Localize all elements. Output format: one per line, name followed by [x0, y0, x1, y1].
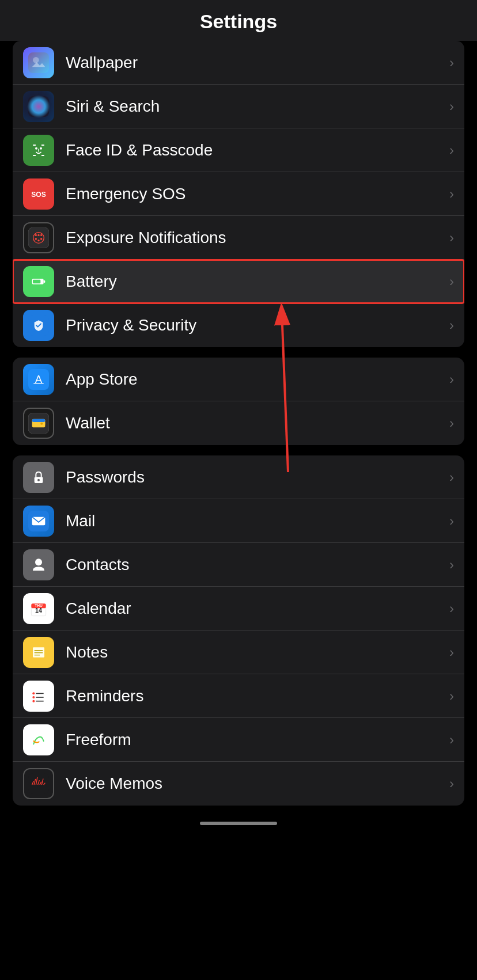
settings-item-wallet[interactable]: Wallet›	[13, 401, 464, 445]
mail-label: Mail	[66, 512, 445, 530]
contacts-chevron: ›	[449, 557, 454, 573]
svg-point-24	[37, 240, 39, 241]
settings-item-calendar[interactable]: THU14Calendar›	[13, 587, 464, 630]
settings-item-siri[interactable]: Siri & Search›	[13, 85, 464, 128]
svg-point-40	[37, 478, 40, 481]
wallet-label: Wallet	[66, 414, 445, 432]
svg-rect-8	[33, 145, 36, 146]
page-wrapper: Settings Wallpaper›Siri & Search›Face ID…	[0, 0, 477, 834]
svg-rect-55	[28, 686, 49, 706]
settings-item-sos[interactable]: SOSEmergency SOS›	[13, 172, 464, 216]
reminders-icon	[23, 681, 54, 712]
svg-point-6	[36, 103, 42, 109]
svg-rect-4	[28, 96, 49, 117]
svg-text:14: 14	[35, 607, 42, 614]
voicememos-icon	[23, 768, 54, 799]
reminders-chevron: ›	[449, 688, 454, 704]
settings-item-passwords[interactable]: Passwords›	[13, 455, 464, 499]
sos-icon: SOS	[23, 178, 54, 210]
settings-item-reminders[interactable]: Reminders›	[13, 674, 464, 718]
contacts-icon	[23, 549, 54, 580]
wallpaper-label: Wallpaper	[66, 54, 445, 72]
notes-chevron: ›	[449, 644, 454, 660]
wallet-icon	[23, 408, 54, 439]
settings-group-group3: Passwords›Mail›Contacts›THU14Calendar›No…	[13, 455, 464, 806]
exposure-icon	[23, 222, 54, 253]
appstore-icon: A	[23, 364, 54, 395]
settings-item-battery[interactable]: Battery›	[13, 260, 464, 303]
sos-label: Emergency SOS	[66, 185, 445, 203]
notes-icon	[23, 637, 54, 668]
svg-point-12	[35, 147, 37, 149]
svg-point-58	[32, 696, 35, 698]
settings-header: Settings	[0, 0, 477, 41]
svg-point-22	[40, 234, 42, 235]
svg-point-37	[40, 423, 43, 425]
passwords-label: Passwords	[66, 468, 445, 487]
calendar-icon: THU14	[23, 593, 54, 624]
settings-item-contacts[interactable]: Contacts›	[13, 543, 464, 587]
wallpaper-chevron: ›	[449, 55, 454, 71]
faceid-icon	[23, 135, 54, 166]
svg-point-44	[35, 559, 42, 565]
battery-icon	[23, 266, 54, 297]
svg-rect-62	[28, 730, 49, 750]
sos-chevron: ›	[449, 186, 454, 202]
svg-rect-35	[32, 419, 46, 422]
page-title: Settings	[200, 10, 277, 32]
appstore-label: App Store	[66, 370, 445, 389]
freeform-icon	[23, 724, 54, 755]
settings-item-privacy[interactable]: Privacy & Security›	[13, 303, 464, 347]
notes-label: Notes	[66, 643, 445, 662]
passwords-chevron: ›	[449, 469, 454, 485]
settings-item-voicememos[interactable]: Voice Memos›	[13, 762, 464, 806]
svg-rect-27	[44, 280, 46, 283]
settings-item-mail[interactable]: Mail›	[13, 499, 464, 543]
faceid-chevron: ›	[449, 142, 454, 158]
svg-point-20	[35, 238, 37, 240]
exposure-chevron: ›	[449, 230, 454, 246]
settings-group-group1: Wallpaper›Siri & Search›Face ID & Passco…	[13, 41, 464, 347]
settings-item-faceid[interactable]: Face ID & Passcode›	[13, 128, 464, 172]
voicememos-label: Voice Memos	[66, 774, 445, 793]
svg-point-5	[32, 100, 44, 112]
calendar-chevron: ›	[449, 601, 454, 617]
siri-icon	[23, 91, 54, 122]
freeform-chevron: ›	[449, 732, 454, 748]
svg-text:SOS: SOS	[31, 191, 46, 199]
settings-item-notes[interactable]: Notes›	[13, 630, 464, 674]
svg-rect-28	[33, 279, 40, 283]
privacy-label: Privacy & Security	[66, 316, 445, 335]
svg-point-13	[40, 147, 42, 149]
appstore-chevron: ›	[449, 371, 454, 388]
exposure-label: Exposure Notifications	[66, 229, 445, 247]
svg-point-23	[35, 234, 37, 235]
wallpaper-icon	[23, 47, 54, 78]
svg-point-56	[32, 692, 35, 694]
home-indicator	[0, 816, 477, 834]
reminders-label: Reminders	[66, 687, 445, 705]
settings-item-freeform[interactable]: Freeform›	[13, 718, 464, 762]
svg-rect-2	[28, 52, 49, 73]
contacts-label: Contacts	[66, 556, 445, 574]
faceid-label: Face ID & Passcode	[66, 141, 445, 159]
siri-label: Siri & Search	[66, 97, 445, 116]
privacy-icon	[23, 310, 54, 341]
svg-rect-10	[33, 155, 36, 156]
mail-icon	[23, 506, 54, 537]
settings-group-group2: AApp Store›Wallet›	[13, 358, 464, 445]
mail-chevron: ›	[449, 513, 454, 529]
siri-chevron: ›	[449, 98, 454, 115]
battery-chevron: ›	[449, 274, 454, 290]
settings-item-wallpaper[interactable]: Wallpaper›	[13, 41, 464, 85]
privacy-chevron: ›	[449, 317, 454, 333]
settings-item-appstore[interactable]: AApp Store›	[13, 358, 464, 401]
svg-rect-17	[28, 227, 49, 248]
svg-rect-11	[41, 155, 44, 156]
settings-item-exposure[interactable]: Exposure Notifications›	[13, 216, 464, 260]
svg-point-3	[33, 57, 39, 63]
voicememos-chevron: ›	[449, 776, 454, 792]
calendar-label: Calendar	[66, 599, 445, 618]
passwords-icon	[23, 462, 54, 493]
svg-point-19	[37, 234, 39, 235]
